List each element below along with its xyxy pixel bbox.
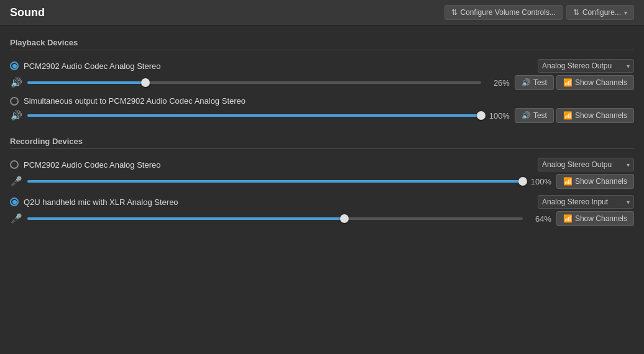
show-channels-2-icon: 📶 (563, 111, 573, 120)
recording-device-2-vol-icon: 🎤 (10, 213, 22, 224)
show-channels-1-icon: 📶 (563, 78, 573, 87)
playback-device-1-vol-pct: 26% (486, 78, 510, 88)
recording-device-1-row: PCM2902 Audio Codec Analog Stereo Analog… (10, 155, 634, 173)
recording-device-2-radio[interactable] (10, 197, 19, 206)
playback-device-1-slider-track (27, 81, 481, 84)
playback-device-2-channels-label: Show Channels (575, 111, 627, 120)
playback-device-2-slider-track (27, 114, 481, 117)
recording-device-1-controls: 🎤 100% 📶 Show Channels (10, 173, 634, 193)
recording-device-1-slider-thumb[interactable] (518, 177, 527, 186)
recording-device-1-radio[interactable] (10, 160, 19, 169)
page-title: Sound (10, 6, 432, 19)
configure-label: Configure... (582, 8, 621, 17)
show-channels-4-icon: 📶 (563, 214, 573, 223)
recording-device-1-dropdown-chevron: ▾ (627, 161, 630, 168)
playback-device-1-test-label: Test (533, 78, 547, 87)
playback-device-2-vol-pct: 100% (486, 111, 510, 120)
playback-device-2-row: Simultaneous output to PCM2902 Audio Cod… (10, 94, 634, 107)
playback-device-1-dropdown[interactable]: Analog Stereo Outpu ▾ (538, 59, 634, 73)
recording-device-2-name: Q2U handheld mic with XLR Analog Stereo (24, 197, 533, 207)
recording-device-2-dropdown-label: Analog Stereo Input (542, 197, 608, 206)
playback-device-2-btn-group: 🔊 Test 📶 Show Channels (515, 108, 634, 123)
recording-device-1-slider-track (27, 180, 523, 183)
recording-device-2-row: Q2U handheld mic with XLR Analog Stereo … (10, 193, 634, 210)
playback-device-2-vol-icon: 🔊 (10, 110, 22, 121)
recording-device-2-slider-fill (27, 217, 344, 220)
playback-device-2-show-channels-button[interactable]: 📶 Show Channels (556, 108, 634, 123)
recording-device-2-channels-label: Show Channels (575, 214, 627, 223)
test-speaker-2-icon: 🔊 (522, 111, 531, 120)
recording-device-1-slider[interactable] (27, 176, 523, 187)
playback-device-1-vol-icon: 🔊 (10, 77, 22, 88)
recording-device-2-slider-thumb[interactable] (340, 214, 349, 223)
recording-device-2-show-channels-button[interactable]: 📶 Show Channels (556, 211, 634, 226)
show-channels-3-icon: 📶 (563, 177, 573, 186)
playback-device-1-row: PCM2902 Audio Codec Analog Stereo Analog… (10, 57, 634, 74)
playback-device-1-slider-thumb[interactable] (141, 78, 150, 87)
title-bar: Sound ⇅ Configure Volume Controls... ⇅ C… (0, 0, 644, 25)
playback-device-2-controls: 🔊 100% 🔊 Test 📶 Show Channels (10, 107, 634, 127)
recording-device-1-dropdown-label: Analog Stereo Outpu (542, 160, 612, 169)
recording-device-2-slider-track (27, 217, 523, 220)
recording-device-2-dropdown-chevron: ▾ (627, 199, 630, 206)
playback-device-1-radio[interactable] (10, 61, 19, 70)
main-content: Playback Devices PCM2902 Audio Codec Ana… (0, 25, 644, 237)
playback-device-2-radio[interactable] (10, 97, 19, 106)
recording-section-header: Recording Devices (10, 137, 634, 149)
playback-device-1-btn-group: 🔊 Test 📶 Show Channels (515, 75, 634, 90)
playback-device-1-slider[interactable] (27, 77, 481, 88)
configure-volume-button[interactable]: ⇅ Configure Volume Controls... (444, 5, 563, 20)
recording-device-1-btn-group: 📶 Show Channels (556, 174, 634, 189)
playback-section-header: Playback Devices (10, 38, 634, 50)
playback-device-1-controls: 🔊 26% 🔊 Test 📶 Show Channels (10, 74, 634, 94)
recording-device-1-show-channels-button[interactable]: 📶 Show Channels (556, 174, 634, 189)
playback-device-1-test-button[interactable]: 🔊 Test (515, 75, 554, 90)
playback-device-1-dropdown-label: Analog Stereo Outpu (542, 61, 612, 70)
configure-volume-label: Configure Volume Controls... (461, 8, 556, 17)
configure-button[interactable]: ⇅ Configure... ▾ (566, 5, 634, 20)
playback-device-2-test-button[interactable]: 🔊 Test (515, 108, 554, 123)
recording-device-2-slider[interactable] (27, 213, 523, 224)
playback-device-1-dropdown-chevron: ▾ (627, 63, 630, 70)
playback-device-2-slider-fill (27, 114, 481, 117)
playback-device-2-slider[interactable] (27, 110, 481, 121)
playback-device-2-name: Simultaneous output to PCM2902 Audio Cod… (24, 96, 634, 106)
recording-device-1-channels-label: Show Channels (575, 177, 627, 186)
test-speaker-icon: 🔊 (522, 78, 531, 87)
playback-device-1-name: PCM2902 Audio Codec Analog Stereo (24, 61, 533, 71)
recording-device-1-vol-icon: 🎤 (10, 176, 22, 187)
recording-device-1-vol-pct: 100% (528, 177, 551, 186)
playback-device-1-channels-label: Show Channels (575, 78, 627, 87)
title-bar-actions: ⇅ Configure Volume Controls... ⇅ Configu… (444, 5, 634, 20)
recording-device-2-btn-group: 📶 Show Channels (556, 211, 634, 226)
configure-icon: ⇅ (573, 8, 579, 17)
playback-device-1-slider-fill (27, 81, 145, 84)
recording-device-2-dropdown[interactable]: Analog Stereo Input ▾ (538, 195, 634, 209)
recording-device-1-name: PCM2902 Audio Codec Analog Stereo (24, 160, 533, 170)
recording-device-2-vol-pct: 64% (528, 214, 551, 224)
configure-volume-icon: ⇅ (451, 8, 458, 17)
recording-device-1-dropdown[interactable]: Analog Stereo Outpu ▾ (538, 158, 634, 171)
recording-device-1-slider-fill (27, 180, 523, 183)
playback-device-2-test-label: Test (533, 111, 547, 120)
recording-device-2-controls: 🎤 64% 📶 Show Channels (10, 210, 634, 230)
playback-device-2-slider-thumb[interactable] (477, 111, 485, 120)
configure-chevron-icon: ▾ (624, 9, 627, 16)
playback-device-1-show-channels-button[interactable]: 📶 Show Channels (556, 75, 634, 90)
